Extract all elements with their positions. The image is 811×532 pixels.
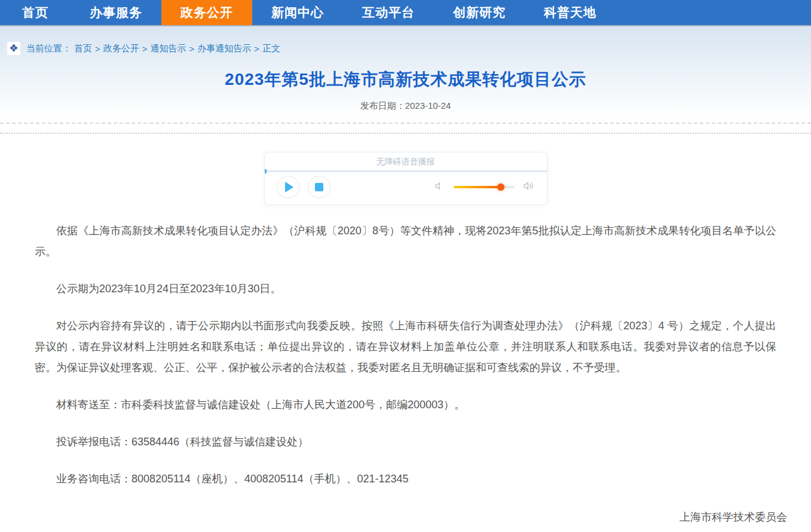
breadcrumb-link-gov-disclosure[interactable]: 政务公开 (103, 43, 139, 54)
audio-player: 无障碍语音播报 (264, 152, 547, 205)
volume-slider[interactable] (454, 186, 515, 188)
volume-fill (454, 186, 501, 188)
paragraph: 依据《上海市高新技术成果转化项目认定办法》（沪科规〔2020〕8号）等文件精神，… (35, 221, 776, 262)
publish-date: 发布日期：2023-10-24 (0, 100, 811, 112)
nav-item-gov-disclosure[interactable]: 政务公开 (161, 0, 252, 25)
article-header-zone: ✥ 当前位置： 首页 > 政务公开 > 通知告示 > 办事通知告示 > 正文 2… (0, 25, 811, 134)
stop-icon (315, 183, 323, 191)
paragraph: 公示期为2023年10月24日至2023年10月30日。 (35, 279, 776, 299)
volume-knob[interactable] (497, 184, 504, 191)
breadcrumb-link-notices[interactable]: 通知告示 (151, 43, 186, 54)
mute-icon[interactable] (434, 181, 445, 194)
move-icon: ✥ (7, 42, 20, 55)
breadcrumb-separator: > (189, 44, 195, 54)
nav-item-news-center[interactable]: 新闻中心 (252, 0, 343, 25)
breadcrumb-separator: > (254, 44, 259, 54)
audio-progress-handle[interactable] (265, 169, 267, 173)
speaker-icon[interactable] (523, 180, 535, 194)
stop-button[interactable] (308, 176, 330, 198)
nav-item-interaction[interactable]: 互动平台 (343, 0, 434, 25)
volume-control (434, 180, 535, 194)
breadcrumb-separator: > (142, 44, 148, 54)
paragraph: 投诉举报电话：63584446（科技监督与诚信建设处） (35, 432, 776, 452)
signature-block: 上海市科学技术委员会 2023年10月24日 (0, 506, 811, 532)
breadcrumb-separator: > (95, 44, 100, 54)
signature-date: 2023年10月24日 (0, 528, 787, 532)
nav-item-services[interactable]: 办事服务 (71, 0, 161, 25)
nav-item-home[interactable]: 首页 (0, 0, 71, 25)
audio-player-title: 无障碍语音播报 (265, 152, 547, 170)
play-icon (285, 182, 293, 192)
breadcrumb-current-page[interactable]: 正文 (262, 43, 280, 54)
breadcrumb-link-home[interactable]: 首页 (74, 43, 92, 54)
paragraph: 对公示内容持有异议的，请于公示期内以书面形式向我委反映。按照《上海市科研失信行为… (35, 316, 776, 378)
paragraph: 材料寄送至：市科委科技监督与诚信建设处（上海市人民大道200号，邮编200003… (35, 395, 776, 415)
nav-item-science-popularization[interactable]: 科普天地 (525, 0, 616, 25)
breadcrumb: ✥ 当前位置： 首页 > 政务公开 > 通知告示 > 办事通知告示 > 正文 (0, 42, 811, 55)
nav-item-innovation-research[interactable]: 创新研究 (434, 0, 525, 25)
dotted-divider (0, 133, 811, 134)
signature-org: 上海市科学技术委员会 (0, 507, 787, 528)
page-title: 2023年第5批上海市高新技术成果转化项目公示 (0, 68, 811, 91)
audio-player-controls (265, 172, 547, 204)
paragraph: 业务咨询电话：8008205114（座机）、4008205114（手机）、021… (35, 469, 776, 490)
top-nav: 首页 办事服务 政务公开 新闻中心 互动平台 创新研究 科普天地 (0, 0, 811, 25)
play-button[interactable] (277, 176, 299, 198)
breadcrumb-label: 当前位置： (26, 43, 71, 54)
breadcrumb-link-service-notices[interactable]: 办事通知告示 (197, 43, 251, 54)
dashed-divider (0, 123, 811, 124)
article-body: 依据《上海市高新技术成果转化项目认定办法》（沪科规〔2020〕8号）等文件精神，… (0, 205, 811, 490)
audio-progress-bar[interactable] (265, 170, 547, 172)
